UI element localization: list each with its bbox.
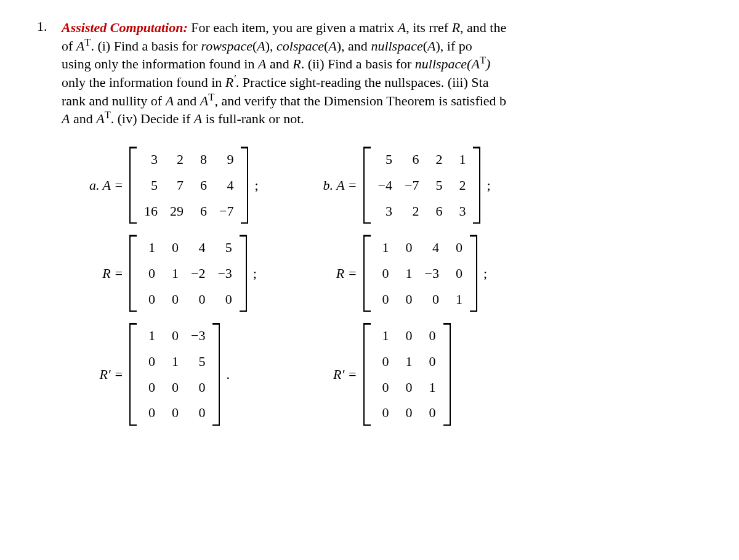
text: and <box>174 93 200 108</box>
matrix-cell: 4 <box>419 235 445 261</box>
text: rank and nullity of <box>62 93 166 108</box>
label-R: R = <box>62 264 126 283</box>
matrix-row-a-A: a. A = 3289576416296−7 ; <box>62 147 259 224</box>
text: using only the information found in <box>62 56 258 71</box>
var-R: R <box>452 20 460 35</box>
matrix-cell: 0 <box>185 286 211 312</box>
var-A: A <box>328 38 336 54</box>
var-Rprime: R <box>225 75 233 90</box>
matrix-row-b-A: b. A = 5621−4−7523263 ; <box>296 147 491 224</box>
text: , and the <box>460 20 506 35</box>
var-AT: A <box>200 93 208 108</box>
matrix-cell: 3 <box>372 198 398 224</box>
var-A: A <box>398 20 406 35</box>
text: of <box>62 38 76 54</box>
problem-body: Assisted Computation: For each item, you… <box>62 18 739 426</box>
matrix-a-Rprime: 10−3015000000 <box>129 323 220 426</box>
matrix-row-a-R: R = 104501−2−30000 ; <box>62 235 257 312</box>
text: and <box>266 56 293 71</box>
matrix-a-A: 3289576416296−7 <box>129 147 248 224</box>
text: , its rref <box>406 20 452 35</box>
matrix-cell: 6 <box>190 172 213 198</box>
matrix-b-Rprime: 100010001000 <box>363 323 451 426</box>
matrix-cell: 0 <box>138 400 161 426</box>
var-AT: A <box>96 111 104 126</box>
matrix-cell: 0 <box>445 261 469 286</box>
text: is full-rank or not. <box>202 111 304 126</box>
matrix-cell: 0 <box>161 400 185 426</box>
text: . Practice sight-reading the nullspaces.… <box>236 75 489 90</box>
var-A: A <box>258 56 266 71</box>
matrix-cell: 2 <box>398 198 425 224</box>
matrix-cell: 0 <box>372 261 395 286</box>
problem: 1. Assisted Computation: For each item, … <box>37 18 739 426</box>
column-b: b. A = 5621−4−7523263 ; R = 104001−30000… <box>296 147 491 426</box>
matrix-cell: 0 <box>161 235 185 261</box>
semicolon: ; <box>484 176 490 195</box>
matrix-cell: 0 <box>419 400 442 426</box>
matrix-cell: −4 <box>372 172 398 198</box>
matrix-cell: 5 <box>372 147 398 172</box>
var-A: A <box>62 111 70 126</box>
text: ( <box>423 38 427 54</box>
semicolon: ; <box>251 264 257 283</box>
matrix-cell: 1 <box>161 261 185 286</box>
matrix-row-a-Rprime: R′ = 10−3015000000 . <box>62 323 230 426</box>
matrix-cell: 0 <box>395 235 419 261</box>
matrix-cell: 0 <box>161 323 185 349</box>
matrix-cell: 2 <box>425 147 448 172</box>
matrix-row-b-R: R = 104001−300001 ; <box>296 235 488 312</box>
matrix-cell: 0 <box>161 375 185 400</box>
matrix-cell: 0 <box>185 375 211 400</box>
matrix-cell: −7 <box>213 198 240 224</box>
matrix-cell: 9 <box>213 147 240 172</box>
matrix-cell: −3 <box>211 261 238 286</box>
label-Rprime: R′ = <box>62 365 126 384</box>
matrix-cell: 1 <box>395 349 419 375</box>
problem-number: 1. <box>37 18 62 34</box>
matrix-cell: 2 <box>448 172 472 198</box>
matrix-cell: 0 <box>419 323 442 349</box>
matrix-cell: 0 <box>372 286 395 312</box>
matrix-row-b-Rprime: R′ = 100010001000 <box>296 323 451 426</box>
matrix-b-A: 5621−4−7523263 <box>363 147 481 224</box>
matrix-cell: 0 <box>395 323 419 349</box>
text: and <box>70 111 96 126</box>
matrices-area: a. A = 3289576416296−7 ; R = 104501−2−30… <box>62 147 739 426</box>
matrix-cell: 5 <box>185 349 211 375</box>
matrix-cell: 0 <box>211 286 238 312</box>
text: ), if po <box>435 38 472 54</box>
matrix-cell: 0 <box>395 375 419 400</box>
var-R: R <box>293 56 301 71</box>
matrix-cell: 0 <box>138 261 161 286</box>
label-Rprime: R′ = <box>296 365 360 384</box>
rowspace: rowspace <box>201 38 252 54</box>
text: . (i) Find a basis for <box>91 38 201 54</box>
matrix-cell: 0 <box>138 349 161 375</box>
period: . <box>224 365 230 384</box>
label-b-A: b. A = <box>296 176 360 195</box>
paren: ) <box>486 56 490 71</box>
matrix-cell: 0 <box>372 349 395 375</box>
label-R: R = <box>296 264 360 283</box>
matrix-cell: 5 <box>211 235 238 261</box>
matrix-cell: 8 <box>190 147 213 172</box>
matrix-cell: 3 <box>448 198 472 224</box>
text: . (ii) Find a basis for <box>301 56 415 71</box>
matrix-cell: 4 <box>185 235 211 261</box>
matrix-cell: 1 <box>138 235 161 261</box>
superscript-T: T <box>480 54 486 66</box>
matrix-cell: 5 <box>138 172 164 198</box>
text: ), <box>265 38 277 54</box>
colspace: colspace <box>277 38 324 54</box>
label-a-A: a. A = <box>62 176 126 195</box>
superscript-T: T <box>208 91 214 102</box>
matrix-cell: 5 <box>425 172 448 198</box>
matrix-cell: 0 <box>395 286 419 312</box>
matrix-cell: 0 <box>419 349 442 375</box>
matrix-cell: 1 <box>448 147 472 172</box>
matrix-cell: −3 <box>185 323 211 349</box>
var-A: A <box>194 111 202 126</box>
matrix-cell: 1 <box>445 286 469 312</box>
matrix-cell: 1 <box>372 235 395 261</box>
